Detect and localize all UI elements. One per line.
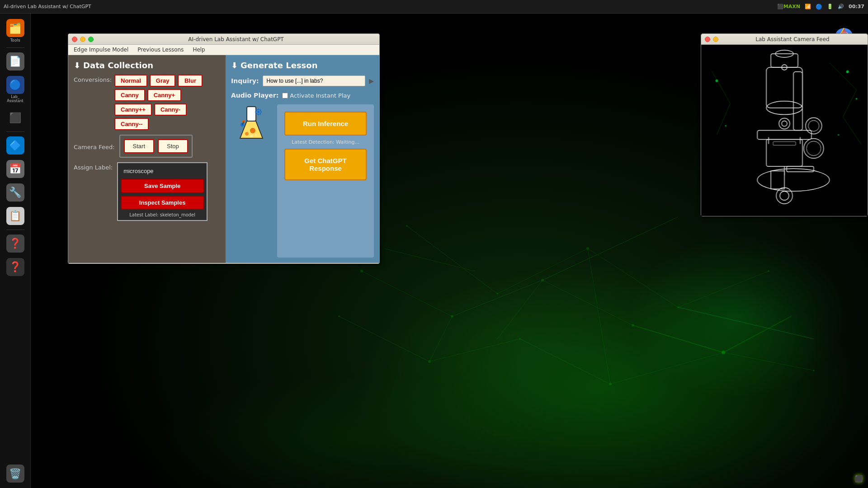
lab-icon: 🔵 (6, 76, 24, 94)
app-min-btn[interactable] (80, 37, 85, 42)
generate-lesson-title: ⬇ Generate Lesson (231, 61, 374, 70)
vscode-icon: 🔷 (6, 136, 24, 155)
files-icon: 📄 (6, 52, 24, 70)
dock-item-help1[interactable]: ❓ (4, 233, 27, 254)
dock-lab-label: Lab_Assistant (7, 95, 23, 103)
nvidia-icon: ⬛MAXN (777, 4, 800, 9)
bluetooth-icon: 🔵 (816, 4, 822, 10)
svg-rect-44 (757, 131, 811, 140)
camera-min-btn[interactable] (713, 37, 718, 42)
dock-item-vscode[interactable]: 🔷 (4, 135, 27, 156)
run-inference-btn[interactable]: Run Inference (284, 112, 367, 136)
help2-icon: ❓ (6, 258, 24, 276)
svg-point-74 (245, 132, 249, 136)
conv-btn-gray[interactable]: Gray (150, 75, 176, 87)
taskbar: AI-driven Lab Assistant w/ ChatGPT ⬛MAXN… (0, 0, 868, 14)
svg-point-61 (846, 70, 849, 73)
dock-item-trash[interactable]: 🗑️ (4, 463, 27, 484)
calendar-icon: 📅 (6, 160, 24, 178)
dock-item-files[interactable]: 📄 (4, 51, 27, 72)
start-btn[interactable]: Start (124, 139, 154, 153)
conv-btn-canny-plus[interactable]: Canny+ (147, 89, 181, 101)
menu-previous-lessons[interactable]: Previous Lessons (136, 46, 185, 53)
inquiry-input[interactable] (263, 75, 366, 86)
inference-area: Run Inference Latest Detection: Waiting.… (231, 104, 374, 258)
content-area: Chromium Web Browser $_ Terminal Lab Ass… (31, 14, 868, 488)
camera-feed-content (701, 45, 868, 216)
svg-point-56 (780, 191, 789, 200)
inquiry-label: Inquiry: (231, 77, 259, 84)
panel-left: ⬇ Data Collection Conversions: Normal Gr… (68, 55, 226, 263)
assign-label-section: Assign Label: Save Sample Inspect Sample… (74, 162, 220, 221)
conv-btn-blur[interactable]: Blur (178, 75, 203, 87)
menu-help[interactable]: Help (191, 46, 207, 53)
svg-point-89 (255, 134, 257, 136)
dock-item-notes[interactable]: 📋 (4, 205, 27, 227)
conv-btn-canny-minus[interactable]: Canny- (154, 103, 187, 116)
dock-item-lab[interactable]: 🔵 Lab_Assistant (4, 74, 27, 105)
audio-player-label: Audio Player: (231, 92, 278, 99)
dock-separator (6, 47, 24, 48)
clock: 00:37 (849, 4, 864, 9)
svg-line-81 (256, 109, 257, 110)
dock-item-tools[interactable]: 🗂️ Tools (4, 17, 27, 45)
dock-item-help2[interactable]: ❓ (4, 256, 27, 278)
panel-right: ⬇ Generate Lesson Inquiry: ▶ Audio Playe… (226, 55, 379, 263)
stop-btn[interactable]: Stop (158, 139, 188, 153)
svg-rect-71 (247, 107, 256, 121)
label-input[interactable] (121, 166, 204, 176)
latest-label-status: Latest Label: skeleton_model (121, 212, 204, 217)
camera-close-btn[interactable] (705, 37, 710, 42)
conv-btn-normal[interactable]: Normal (114, 75, 147, 87)
svg-point-62 (856, 98, 858, 100)
terminal-dock-icon: ⬛ (6, 109, 24, 127)
label-box: Save Sample Inspect Samples Latest Label… (117, 162, 208, 221)
app-max-btn[interactable] (88, 37, 94, 42)
svg-rect-49 (771, 171, 784, 189)
conv-btn-canny-minusminus[interactable]: Canny-- (114, 118, 149, 130)
camera-feed-window: Lab Assistant Camera Feed (701, 33, 868, 216)
svg-point-46 (779, 118, 790, 129)
menu-edge-impulse[interactable]: Edge Impulse Model (72, 46, 130, 53)
app-titlebar: AI-driven Lab Assistant w/ ChatGPT (68, 34, 379, 45)
camera-window-title: Lab Assistant Camera Feed (721, 36, 864, 42)
chatgpt-response-btn[interactable]: Get ChatGPT Response (284, 149, 367, 180)
save-sample-btn[interactable]: Save Sample (121, 179, 204, 193)
conv-btn-canny[interactable]: Canny (114, 89, 145, 101)
svg-line-83 (260, 109, 261, 110)
trash-icon: 🗑️ (6, 465, 24, 483)
svg-point-73 (250, 128, 255, 133)
notes-icon: 📋 (6, 207, 24, 225)
svg-line-70 (717, 103, 730, 135)
inspect-samples-btn[interactable]: Inspect Samples (121, 196, 204, 210)
activate-instant-play-check[interactable]: Activate Instant Play (282, 92, 350, 99)
dock-separator-2 (6, 131, 24, 132)
taskbar-title: AI-driven Lab Assistant w/ ChatGPT (4, 4, 91, 9)
volume-icon: 🔊 (838, 4, 844, 9)
inference-buttons-panel: Run Inference Latest Detection: Waiting.… (277, 104, 374, 258)
svg-line-69 (712, 72, 730, 103)
svg-point-76 (257, 111, 260, 113)
wifi-icon: 📶 (805, 4, 811, 9)
dock-item-calendar[interactable]: 📅 (4, 158, 27, 180)
camera-window-titlebar: Lab Assistant Camera Feed (701, 34, 868, 45)
svg-point-51 (804, 138, 824, 158)
main-app-window: AI-driven Lab Assistant w/ ChatGPT Edge … (68, 33, 380, 264)
instant-play-checkbox[interactable] (282, 93, 288, 99)
svg-line-84 (256, 114, 257, 115)
app-close-btn[interactable] (72, 37, 77, 42)
camera-control-box: Start Stop (119, 135, 193, 158)
dock-item-wrench[interactable]: 🔧 (4, 182, 27, 203)
app-body: ⬇ Data Collection Conversions: Normal Gr… (68, 55, 379, 263)
svg-rect-43 (793, 72, 802, 131)
svg-line-68 (843, 117, 861, 144)
svg-rect-59 (773, 141, 796, 145)
conv-btn-canny-plusplus[interactable]: Canny++ (114, 103, 152, 116)
svg-line-82 (260, 114, 261, 115)
audio-player-row: Audio Player: Activate Instant Play (231, 92, 374, 99)
wrench-icon: 🔧 (6, 183, 24, 202)
dock-item-terminal[interactable]: ⬛ (4, 107, 27, 129)
dock-separator-3 (6, 230, 24, 230)
detection-status: Latest Detection: Waiting... (284, 139, 367, 145)
inquiry-arrow-icon: ▶ (369, 77, 374, 84)
